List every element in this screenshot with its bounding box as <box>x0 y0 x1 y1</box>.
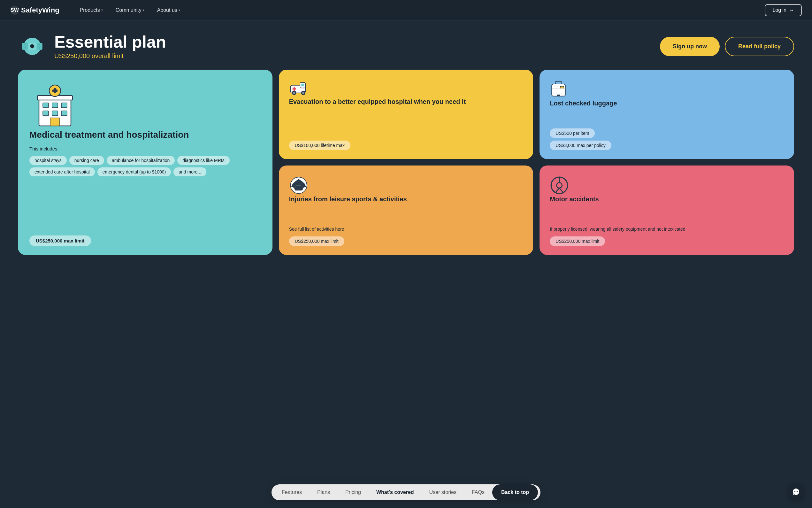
nav-pricing[interactable]: Pricing <box>337 484 369 500</box>
svg-rect-17 <box>52 89 57 92</box>
svg-point-30 <box>293 92 295 94</box>
motor-title: Motor accidents <box>550 195 784 207</box>
motor-badges: US$250,000 max limit <box>550 237 784 246</box>
svg-rect-20 <box>61 103 67 108</box>
arrow-icon: → <box>789 7 794 13</box>
nav-community[interactable]: Community ▾ <box>110 5 149 16</box>
sports-desc[interactable]: See full list of activities here <box>289 226 523 232</box>
tag-dental: emergency dental (up to $1000) <box>97 167 171 176</box>
ambulance-icon <box>289 80 308 97</box>
nav-features[interactable]: Features <box>274 484 310 500</box>
medical-limit: US$250,000 max limit <box>30 229 261 246</box>
medical-title: Medical treatment and hospitalization <box>30 129 261 140</box>
nav-faqs[interactable]: FAQs <box>464 484 492 500</box>
svg-rect-33 <box>301 84 304 86</box>
svg-line-48 <box>556 188 559 192</box>
svg-point-50 <box>795 492 796 492</box>
login-button[interactable]: Log in → <box>765 4 802 16</box>
plan-icon <box>18 32 47 61</box>
nav-plans[interactable]: Plans <box>310 484 337 500</box>
chevron-down-icon: ▾ <box>143 8 144 12</box>
card-medical: Medical treatment and hospitalization Th… <box>18 70 272 255</box>
svg-rect-39 <box>557 94 560 96</box>
luggage-title: Lost checked luggage <box>550 99 784 111</box>
navbar: SW SafetyWing Products ▾ Community ▾ Abo… <box>0 0 812 20</box>
nav-user-stories[interactable]: User stories <box>422 484 464 500</box>
features-grid: Medical treatment and hospitalization Th… <box>0 70 812 255</box>
hospital-icon <box>30 81 81 129</box>
svg-line-49 <box>559 188 563 192</box>
logo[interactable]: SW SafetyWing <box>10 6 59 15</box>
soccer-ball-icon <box>289 176 308 195</box>
tag-nursing-care: nursing care <box>69 156 104 165</box>
plan-text: Essential plan US$250,000 overall limit <box>54 33 166 60</box>
svg-point-32 <box>302 92 305 94</box>
chevron-down-icon: ▾ <box>179 8 180 12</box>
svg-point-7 <box>24 43 26 45</box>
sports-limit: US$250,000 max limit <box>289 237 344 246</box>
luggage-badge1: US$500 per item <box>550 128 595 138</box>
tag-more: and more... <box>174 167 206 176</box>
nav-links: Products ▾ Community ▾ About us ▾ <box>75 5 765 16</box>
evacuation-badges: US$100,000 lifetime max <box>289 140 523 150</box>
plan-info: Essential plan US$250,000 overall limit <box>18 32 166 61</box>
nav-whats-covered[interactable]: What's covered <box>369 484 422 500</box>
medical-tags: hospital stays nursing care ambulance fo… <box>30 156 261 176</box>
chevron-down-icon: ▾ <box>101 8 103 12</box>
tag-extended-care: extended care after hospital <box>30 167 95 176</box>
card-sports: Injuries from leisure sports & activitie… <box>279 166 534 255</box>
motor-desc: If properly licensed, wearing all safety… <box>550 226 784 232</box>
header-buttons: Sign up now Read full policy <box>660 37 794 56</box>
includes-label: This includes: <box>30 146 261 152</box>
svg-rect-21 <box>43 111 49 116</box>
sports-badges: US$250,000 max limit <box>289 237 523 246</box>
svg-point-52 <box>797 492 798 492</box>
luggage-badges: US$500 per item US$3,000 max per policy <box>550 128 784 150</box>
card-evacuation: Evacuation to a better equipped hospital… <box>279 70 534 159</box>
bottom-nav: Features Plans Pricing What's covered Us… <box>272 484 540 500</box>
signup-button[interactable]: Sign up now <box>660 37 720 56</box>
tag-hospital-stays: hospital stays <box>30 156 67 165</box>
back-to-top-button[interactable]: Back to top <box>492 484 538 500</box>
luggage-badge2: US$3,000 max per policy <box>550 140 611 150</box>
tag-ambulance: ambulance for hospitalization <box>107 156 175 165</box>
sports-title: Injuries from leisure sports & activitie… <box>289 195 523 207</box>
svg-rect-22 <box>52 111 58 116</box>
read-policy-button[interactable]: Read full policy <box>725 37 794 56</box>
evacuation-limit: US$100,000 lifetime max <box>289 140 350 150</box>
chat-icon <box>792 488 800 496</box>
motor-limit: US$250,000 max limit <box>550 237 605 246</box>
card-luggage: Lost checked luggage US$500 per item US$… <box>540 70 794 159</box>
nav-about[interactable]: About us ▾ <box>152 5 185 16</box>
luggage-icon <box>550 80 567 99</box>
plan-subtitle: US$250,000 overall limit <box>54 52 166 60</box>
svg-point-51 <box>796 492 797 492</box>
nav-products[interactable]: Products ▾ <box>75 5 108 16</box>
svg-rect-23 <box>61 111 67 116</box>
svg-text:SW: SW <box>10 7 19 13</box>
plan-header: Essential plan US$250,000 overall limit … <box>0 20 812 70</box>
svg-rect-35 <box>552 84 566 96</box>
steering-wheel-icon <box>550 176 569 195</box>
svg-point-46 <box>557 182 562 188</box>
plan-title: Essential plan <box>54 33 166 51</box>
svg-rect-19 <box>52 103 58 108</box>
svg-point-9 <box>39 43 40 45</box>
svg-rect-24 <box>50 118 60 126</box>
svg-point-10 <box>39 47 40 49</box>
tag-diagnostics: diagnostics like MRIs <box>177 156 230 165</box>
svg-rect-28 <box>292 88 296 89</box>
svg-rect-18 <box>43 103 49 108</box>
chat-button[interactable] <box>788 484 804 500</box>
evacuation-title: Evacuation to a better equipped hospital… <box>289 97 523 110</box>
card-motor: Motor accidents If properly licensed, we… <box>540 166 794 255</box>
svg-rect-12 <box>30 45 35 47</box>
svg-point-8 <box>24 47 26 49</box>
